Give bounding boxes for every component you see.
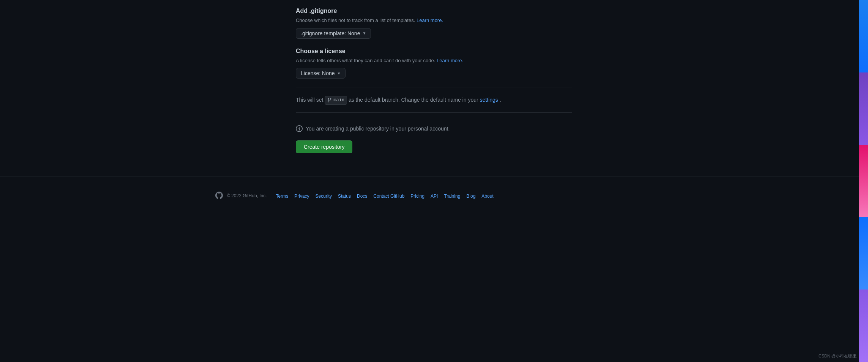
footer-inner: © 2022 GitHub, Inc. TermsPrivacySecurity…	[215, 192, 653, 200]
chevron-down-icon: ▼	[362, 31, 366, 35]
sidebar-strip-4	[859, 217, 868, 290]
gitignore-description: Choose which files not to track from a l…	[296, 17, 572, 24]
license-section: Choose a license A license tells others …	[296, 48, 572, 79]
license-learn-more-link[interactable]: Learn more.	[437, 58, 463, 63]
branch-badge: main	[325, 96, 347, 105]
footer-link-item: Docs	[354, 193, 370, 199]
footer-link-about[interactable]: About	[478, 194, 496, 199]
settings-link[interactable]: settings	[480, 97, 498, 103]
footer-link-item: Status	[335, 193, 354, 199]
footer-link-training[interactable]: Training	[441, 194, 463, 199]
license-description: A license tells others what they can and…	[296, 57, 572, 65]
footer-divider	[0, 176, 868, 176]
footer-link-item: Security	[312, 193, 335, 199]
right-sidebar	[859, 0, 868, 362]
footer-link-contact-github[interactable]: Contact GitHub	[370, 194, 407, 199]
sidebar-strip-1	[859, 0, 868, 72]
sidebar-strip-2	[859, 72, 868, 145]
footer-link-docs[interactable]: Docs	[354, 194, 370, 199]
footer-link-item: Terms	[273, 193, 292, 199]
footer-link-pricing[interactable]: Pricing	[407, 194, 428, 199]
license-dropdown[interactable]: License: None ▼	[296, 68, 346, 79]
info-icon	[296, 125, 303, 132]
public-notice: You are creating a public repository in …	[296, 120, 572, 137]
footer-link-api[interactable]: API	[428, 194, 441, 199]
content-divider	[296, 112, 572, 113]
github-logo	[215, 192, 223, 200]
branch-info: This will set main as the default branch…	[296, 96, 572, 105]
watermark: CSDN @小司在哪里	[819, 353, 857, 359]
footer-link-status[interactable]: Status	[335, 194, 354, 199]
footer-link-item: Privacy	[291, 193, 312, 199]
footer-link-item: Blog	[463, 193, 478, 199]
gitignore-learn-more-link[interactable]: Learn more.	[417, 17, 443, 23]
git-branch-icon	[327, 98, 332, 102]
footer-link-item: API	[428, 193, 441, 199]
sidebar-strip-3	[859, 145, 868, 217]
chevron-down-icon: ▼	[337, 71, 341, 76]
gitignore-section: Add .gitignore Choose which files not to…	[296, 8, 572, 39]
footer-link-item: Training	[441, 193, 463, 199]
gitignore-dropdown[interactable]: .gitignore template: None ▼	[296, 28, 371, 39]
section-divider	[296, 88, 572, 88]
footer-link-security[interactable]: Security	[312, 194, 335, 199]
footer-copyright: © 2022 GitHub, Inc.	[227, 193, 267, 198]
footer-link-item: Contact GitHub	[370, 193, 407, 199]
footer-links: TermsPrivacySecurityStatusDocsContact Gi…	[273, 193, 497, 199]
gitignore-title: Add .gitignore	[296, 8, 572, 14]
footer-link-blog[interactable]: Blog	[463, 194, 478, 199]
license-title: Choose a license	[296, 48, 572, 55]
footer-link-item: About	[478, 193, 496, 199]
sidebar-strip-5	[859, 290, 868, 362]
create-repository-button[interactable]: Create repository	[296, 140, 352, 153]
footer-link-item: Pricing	[407, 193, 428, 199]
footer: © 2022 GitHub, Inc. TermsPrivacySecurity…	[206, 186, 662, 209]
footer-link-privacy[interactable]: Privacy	[291, 194, 312, 199]
footer-link-terms[interactable]: Terms	[273, 194, 292, 199]
